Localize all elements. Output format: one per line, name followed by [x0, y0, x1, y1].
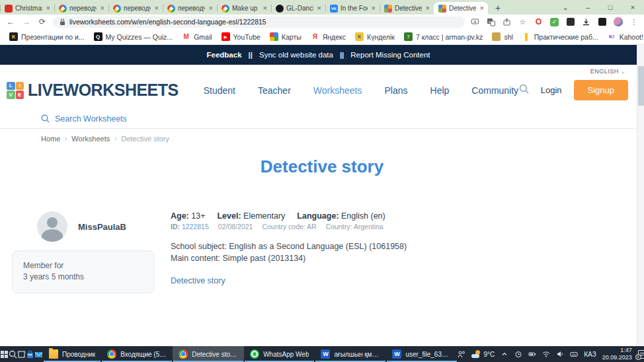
new-tab-button[interactable]: +	[491, 1, 505, 15]
taskbar-app[interactable]: Проводник	[43, 346, 101, 362]
alarm-icon[interactable]	[514, 350, 522, 358]
downloads-icon[interactable]	[581, 17, 591, 27]
bookmark-item[interactable]: Gmail	[178, 31, 216, 42]
tab-close-icon[interactable]: ×	[208, 5, 214, 12]
tab-search-chevron-icon[interactable]: ⌄	[554, 0, 577, 15]
browser-tab[interactable]: переводчик ×	[54, 2, 108, 15]
page-scrollbar[interactable]	[637, 45, 644, 346]
bookmark-item[interactable]: Практические раб...	[518, 31, 602, 42]
window-maximize-button[interactable]: □	[599, 0, 622, 15]
tab-close-icon[interactable]: ×	[99, 5, 106, 12]
input-language[interactable]: КАЗ	[584, 351, 596, 358]
browser-tab[interactable]: Detective stor ×	[434, 2, 488, 15]
tab-close-icon[interactable]: ×	[153, 5, 160, 12]
nav-item[interactable]: Teacher	[258, 85, 291, 96]
bookmark-label: Практические раб...	[534, 33, 598, 41]
send-to-device-icon[interactable]	[470, 17, 480, 27]
nav-item[interactable]: Community	[471, 85, 518, 96]
translate-icon[interactable]: a	[486, 17, 496, 27]
weather-widget[interactable]: 9°C	[471, 350, 495, 358]
author-avatar[interactable]	[37, 211, 67, 242]
breadcrumb-home[interactable]: Home	[41, 135, 60, 143]
taskbar-apps: Проводник Входящие (524... Detective sto…	[43, 346, 458, 362]
wifi-icon[interactable]	[542, 350, 550, 358]
browser-tab[interactable]: Detective stor ×	[380, 2, 434, 15]
back-button[interactable]: ←	[5, 17, 16, 26]
worksheet-search-bar[interactable]	[0, 109, 644, 129]
chevron-up-icon[interactable]	[501, 350, 508, 358]
opera-extension-icon[interactable]: O	[534, 17, 543, 27]
nav-item[interactable]: Plans	[385, 85, 408, 96]
search-input[interactable]	[55, 114, 253, 124]
profile-avatar[interactable]	[613, 17, 623, 27]
taskbar-clock[interactable]: 1:47 20.09.2023	[602, 347, 632, 361]
tab-close-icon[interactable]: ×	[479, 5, 485, 12]
forward-button[interactable]: →	[21, 17, 32, 26]
bookmark-label: Gmail	[194, 33, 212, 41]
menu-icon[interactable]: ⋮	[629, 17, 639, 27]
start-button[interactable]	[0, 346, 9, 362]
scrollbar-thumb[interactable]	[638, 66, 644, 106]
sync-old-data-link[interactable]: Sync old website data	[259, 51, 333, 59]
notification-center-icon[interactable]: 1	[638, 350, 644, 359]
author-name[interactable]: MissPaulaB	[78, 222, 126, 232]
bookmark-item[interactable]: Яндекс	[307, 31, 350, 42]
breadcrumb-worksheets[interactable]: Worksheets	[71, 135, 110, 143]
feedback-link[interactable]: Feedback	[207, 51, 242, 59]
people-icon[interactable]	[458, 350, 465, 358]
taskbar-app[interactable]: ағылшын қмж ...	[315, 346, 386, 362]
nav-item[interactable]: Worksheets	[313, 85, 362, 96]
bookmark-item[interactable]: My Quizzes — Quiz...	[90, 31, 177, 42]
tab-close-icon[interactable]: ×	[370, 5, 377, 12]
signup-button[interactable]: Signup	[574, 80, 628, 100]
bookmark-item[interactable]: Күнделік	[351, 31, 399, 42]
browser-tab[interactable]: Make up as m ×	[217, 2, 271, 15]
battery-icon[interactable]	[528, 350, 536, 358]
address-bar[interactable]: liveworksheets.com/w/en/english-second-l…	[53, 17, 465, 28]
tab-close-icon[interactable]: ×	[45, 5, 52, 12]
touch-keyboard-icon[interactable]	[570, 350, 578, 358]
browser-tab[interactable]: переводчик ×	[108, 2, 163, 15]
bookmark-star-icon[interactable]: ☆	[518, 17, 528, 27]
browser-tab[interactable]: переводчик ×	[163, 2, 217, 15]
share-icon[interactable]	[502, 17, 512, 27]
theme-extension-icon[interactable]	[597, 17, 607, 27]
taskbar-app[interactable]: WhatsApp Web	[244, 346, 315, 362]
worksheet-id[interactable]: 1222815	[182, 223, 209, 231]
taskbar-app[interactable]: user_file_638c7...	[386, 346, 458, 362]
worksheet-link[interactable]: Detective story	[171, 276, 407, 285]
language-switcher[interactable]: ENGLISH ⌄	[590, 68, 625, 75]
header-search-icon[interactable]	[519, 84, 529, 96]
reload-button[interactable]: ⟳	[37, 17, 48, 26]
bookmark-item[interactable]: 7 класс | arman-pv.kz	[400, 31, 487, 42]
bookmark-item[interactable]: Презентации по и...	[5, 31, 89, 42]
tab-close-icon[interactable]: ×	[424, 5, 431, 12]
nav-item[interactable]: Help	[430, 85, 450, 96]
bookmark-item[interactable]: Kahoot! - Create ne...	[604, 31, 644, 42]
taskbar-app[interactable]: Входящие (524...	[101, 346, 173, 362]
bookmark-item[interactable]: Карты	[266, 31, 305, 42]
tab-close-icon[interactable]: ×	[262, 5, 268, 12]
logo-icon: L I V E	[7, 82, 24, 99]
window-close-button[interactable]: ×	[622, 0, 644, 15]
site-logo[interactable]: L I V E LIVEWORKSHEETS	[7, 81, 179, 100]
browser-tab[interactable]: Christmas and ×	[0, 2, 54, 15]
microsoft-store-icon[interactable]	[26, 346, 34, 362]
browser-tab[interactable]: In the Footste ×	[325, 2, 380, 15]
bookmark-item[interactable]: YouTube	[218, 31, 264, 42]
browser-tab[interactable]: GL-DancingM ×	[271, 2, 325, 15]
login-link[interactable]: Login	[541, 85, 562, 95]
task-view-icon[interactable]	[17, 346, 26, 362]
logo-cell: L	[7, 82, 15, 90]
mail-icon[interactable]	[34, 346, 43, 362]
bookmark-item[interactable]: shl	[488, 31, 516, 42]
adguard-extension-icon[interactable]: ✓	[549, 17, 559, 27]
tab-close-icon[interactable]: ×	[316, 5, 323, 12]
volume-icon[interactable]	[556, 350, 564, 358]
window-minimize-button[interactable]: –	[577, 0, 599, 15]
taskbar-search-icon[interactable]	[9, 346, 17, 362]
report-missing-content-link[interactable]: Report Missing Content	[350, 51, 430, 59]
extensions-puzzle-icon[interactable]	[565, 17, 575, 27]
taskbar-app[interactable]: Detective story ...	[173, 346, 244, 362]
nav-item[interactable]: Student	[204, 85, 235, 96]
